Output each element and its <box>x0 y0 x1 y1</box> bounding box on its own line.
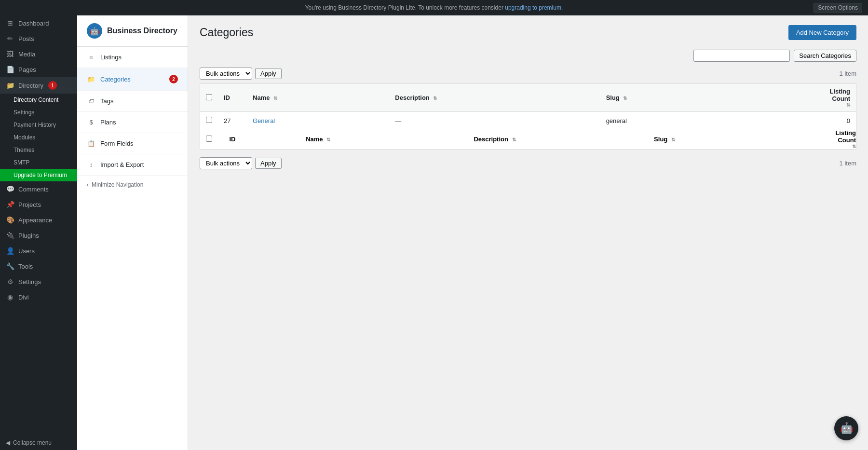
directory-submenu: Directory Content Settings Payment Histo… <box>0 94 77 181</box>
tfoot-name-sort-icon[interactable]: ⇅ <box>326 137 330 142</box>
submenu-directory-content[interactable]: Directory Content <box>0 94 77 106</box>
sidebar-item-pages[interactable]: 📄 Pages <box>0 62 77 77</box>
listings-nav-icon: ≡ <box>87 54 95 61</box>
tfoot-th-listing-count: Listing Count ⇅ <box>729 129 856 150</box>
bulk-actions-select-bottom[interactable]: Bulk actions <box>200 157 252 169</box>
upgrade-link[interactable]: upgrading to premium. <box>505 4 563 11</box>
plugin-nav-tags[interactable]: 🏷 Tags <box>77 91 188 112</box>
form-fields-nav-icon: 📋 <box>87 140 95 147</box>
top-bar-notice: You're using Business Directory Plugin L… <box>305 4 563 11</box>
main-content: Categories Add New Category Search Categ… <box>188 15 868 450</box>
submenu-modules[interactable]: Modules <box>0 131 77 144</box>
sidebar-item-plugins[interactable]: 🔌 Plugins <box>0 228 77 243</box>
page-title: Categories <box>200 26 253 39</box>
bulk-row-left-top: Bulk actions Apply <box>200 68 282 80</box>
minimize-nav-button[interactable]: ‹ Minimize Navigation <box>77 176 188 194</box>
posts-icon: ✏ <box>6 35 14 42</box>
listing-count-sort-icon[interactable]: ⇅ <box>846 102 850 108</box>
description-sort-icon[interactable]: ⇅ <box>433 95 437 101</box>
appearance-icon: 🎨 <box>6 216 14 224</box>
tfoot-description-sort-icon[interactable]: ⇅ <box>512 137 516 142</box>
th-description: Description ⇅ <box>389 84 600 112</box>
table-footer-header-row: ID Name ⇅ Description ⇅ Slug ⇅ <box>200 129 856 150</box>
sidebar-item-settings[interactable]: ⚙ Settings <box>0 274 77 289</box>
category-name-link[interactable]: General <box>253 117 275 124</box>
plugin-nav-listings[interactable]: ≡ Listings <box>77 47 188 68</box>
row-id-cell: 27 <box>218 112 247 130</box>
plugin-sidebar: 🤖 Business Directory ≡ Listings 📁 Catego… <box>77 15 188 450</box>
import-export-nav-icon: ↕ <box>87 161 95 168</box>
select-all-checkbox[interactable] <box>206 94 212 100</box>
submenu-upgrade[interactable]: Upgrade to Premium <box>0 169 77 181</box>
th-id: ID <box>218 84 247 112</box>
add-new-category-button[interactable]: Add New Category <box>788 25 856 40</box>
tools-icon: 🔧 <box>6 262 14 270</box>
tfoot-th-id: ID <box>218 129 247 150</box>
directory-badge: 1 <box>48 81 57 90</box>
sidebar-item-posts[interactable]: ✏ Posts <box>0 31 77 46</box>
sidebar-item-dashboard[interactable]: ⊞ Dashboard <box>0 15 77 31</box>
item-count-top: 1 item <box>840 70 856 77</box>
collapse-menu-item[interactable]: ◀ Collapse menu <box>0 436 77 450</box>
plugins-icon: 🔌 <box>6 232 14 239</box>
th-listing-count: Listing Count ⇅ <box>729 84 856 112</box>
row-listing-count-cell: 0 <box>729 112 856 130</box>
tfoot-th-checkbox <box>200 129 218 150</box>
row-name-cell: General <box>247 112 389 130</box>
dashboard-icon: ⊞ <box>6 19 14 27</box>
name-sort-icon[interactable]: ⇅ <box>273 95 277 101</box>
plugin-nav-form-fields[interactable]: 📋 Form Fields <box>77 133 188 154</box>
plugin-nav-plans[interactable]: $ Plans <box>77 112 188 133</box>
submenu-payment-history[interactable]: Payment History <box>0 119 77 131</box>
plugin-title: Business Directory <box>107 27 177 35</box>
plugin-nav-import-export[interactable]: ↕ Import & Export <box>77 154 188 176</box>
chat-icon: 🤖 <box>840 422 853 435</box>
row-checkbox[interactable] <box>206 117 212 123</box>
submenu-smtp[interactable]: SMTP <box>0 156 77 169</box>
plans-nav-icon: $ <box>87 119 95 126</box>
tfoot-slug-sort-icon[interactable]: ⇅ <box>671 137 675 142</box>
sidebar-item-appearance[interactable]: 🎨 Appearance <box>0 212 77 228</box>
submenu-themes[interactable]: Themes <box>0 144 77 156</box>
slug-sort-icon[interactable]: ⇅ <box>623 95 627 101</box>
row-checkbox-cell <box>200 112 218 130</box>
apply-button-bottom[interactable]: Apply <box>255 158 282 169</box>
chat-bubble[interactable]: 🤖 <box>834 416 858 440</box>
select-all-checkbox-bottom[interactable] <box>206 136 212 142</box>
plugin-header: 🤖 Business Directory <box>77 15 188 47</box>
page-header: Categories Add New Category <box>200 25 856 40</box>
sidebar-item-comments[interactable]: 💬 Comments <box>0 181 77 197</box>
sidebar-item-directory[interactable]: 📁 Directory 1 <box>0 77 77 94</box>
bulk-row-left-bottom: Bulk actions Apply <box>200 157 282 169</box>
collapse-icon: ◀ <box>6 439 10 446</box>
settings-icon: ⚙ <box>6 278 14 286</box>
tags-nav-icon: 🏷 <box>87 97 95 105</box>
categories-nav-icon: 📁 <box>87 76 95 83</box>
tfoot-th-description: Description ⇅ <box>389 129 600 150</box>
plugin-header-icon: 🤖 <box>87 23 102 39</box>
tfoot-th-slug: Slug ⇅ <box>600 129 729 150</box>
tfoot-listing-count-sort-icon[interactable]: ⇅ <box>852 144 856 149</box>
users-icon: 👤 <box>6 247 14 255</box>
submenu-settings[interactable]: Settings <box>0 106 77 119</box>
bulk-actions-select-top[interactable]: Bulk actions <box>200 68 252 80</box>
categories-badge: 2 <box>169 75 178 83</box>
plugin-nav-categories[interactable]: 📁 Categories 2 <box>77 68 188 91</box>
bulk-actions-row-bottom: Bulk actions Apply 1 item <box>200 157 856 169</box>
table-header-row: ID Name ⇅ Description ⇅ Slug ⇅ <box>200 84 856 112</box>
comments-icon: 💬 <box>6 185 14 193</box>
categories-table: ID Name ⇅ Description ⇅ Slug ⇅ <box>200 83 856 150</box>
sidebar-item-tools[interactable]: 🔧 Tools <box>0 259 77 274</box>
search-row: Search Categories <box>200 50 856 62</box>
search-input[interactable] <box>693 50 790 62</box>
sidebar-item-media[interactable]: 🖼 Media <box>0 46 77 62</box>
sidebar-item-users[interactable]: 👤 Users <box>0 243 77 259</box>
sidebar-item-divi[interactable]: ◉ Divi <box>0 289 77 305</box>
row-description-cell: — <box>389 112 600 130</box>
sidebar-item-projects[interactable]: 📌 Projects <box>0 197 77 212</box>
screen-options-button[interactable]: Screen Options <box>814 3 862 13</box>
th-slug: Slug ⇅ <box>600 84 729 112</box>
search-categories-button[interactable]: Search Categories <box>794 50 856 62</box>
apply-button-top[interactable]: Apply <box>255 68 282 79</box>
th-name: Name ⇅ <box>247 84 389 112</box>
